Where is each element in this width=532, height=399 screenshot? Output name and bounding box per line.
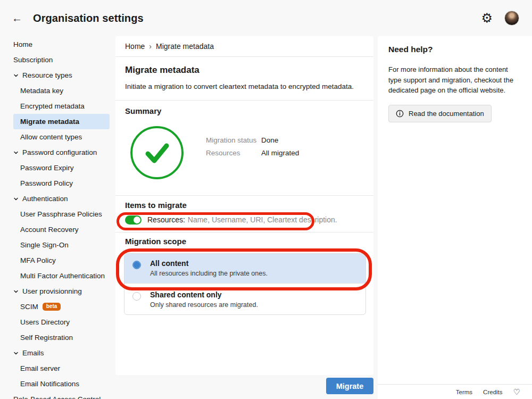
sidebar-item-label: Emails xyxy=(22,349,44,357)
chevron-down-icon xyxy=(13,73,19,78)
sidebar-item-user-passphrase-policies[interactable]: User Passphrase Policies xyxy=(13,206,110,222)
heart-icon[interactable]: ♡ xyxy=(513,388,520,396)
sidebar-item-password-configuration[interactable]: Password configuration xyxy=(13,145,110,160)
sidebar-item-mfa-policy[interactable]: MFA Policy xyxy=(13,253,110,268)
sidebar-item-subscription[interactable]: Subscription xyxy=(13,52,110,68)
items-to-migrate-heading: Items to migrate xyxy=(125,201,364,210)
sidebar-item-label: Home xyxy=(13,40,32,48)
migration-status-list: Migration statusDoneResourcesAll migrate… xyxy=(206,136,299,162)
sidebar-item-self-registration[interactable]: Self Registration xyxy=(13,330,110,345)
breadcrumb-item-migrate-metadata: Migrate metadata xyxy=(156,42,214,51)
panel-footer: TermsCredits ♡ xyxy=(378,384,532,399)
sidebar-item-label: SCIM xyxy=(20,303,38,311)
sidebar-item-label: Resource types xyxy=(22,71,72,79)
sidebar-item-email-server[interactable]: Email server xyxy=(13,361,110,376)
sidebar-item-user-provisionning[interactable]: User provisionning xyxy=(13,284,110,299)
sidebar-item-label: Password Expiry xyxy=(20,164,74,172)
sidebar-item-home[interactable]: Home xyxy=(13,37,110,52)
back-arrow-icon[interactable]: ← xyxy=(12,13,22,23)
sidebar-item-label: Password configuration xyxy=(22,148,97,156)
sidebar-item-label: Email Notifications xyxy=(20,380,79,388)
sidebar-item-label: Users Directory xyxy=(20,318,70,326)
scope-option-title: Shared content only xyxy=(150,290,258,299)
section-description: Initiate a migration to convert cleartex… xyxy=(125,82,364,90)
read-documentation-button[interactable]: Read the documentation xyxy=(388,105,492,122)
status-label: Migration status xyxy=(206,136,261,144)
info-icon xyxy=(396,110,404,118)
sidebar-item-label: Migrate metadata xyxy=(20,118,79,126)
sidebar-item-metadata-key[interactable]: Metadata key xyxy=(13,83,110,98)
chevron-down-icon xyxy=(13,196,19,202)
sidebar-item-role-based-access-control[interactable]: Role-Based Access Control xyxy=(13,392,110,399)
help-text: For more information about the content t… xyxy=(388,64,522,96)
sidebar-item-label: Self Registration xyxy=(20,334,73,342)
breadcrumb-item-home[interactable]: Home xyxy=(125,42,145,51)
read-documentation-label: Read the documentation xyxy=(409,110,484,118)
breadcrumb-separator: › xyxy=(149,42,152,51)
sidebar-item-label: Authentication xyxy=(22,195,68,203)
sidebar-item-label: MFA Policy xyxy=(20,256,56,264)
sidebar-item-multi-factor-authentication[interactable]: Multi Factor Authentication xyxy=(13,268,110,284)
avatar[interactable] xyxy=(504,11,519,26)
sidebar-item-allow-content-types[interactable]: Allow content types xyxy=(13,129,110,145)
resources-toggle-row: Resources: Name, Username, URI, Cleartex… xyxy=(125,214,364,225)
sidebar-item-label: Email server xyxy=(20,364,60,372)
migration-scope-section: Migration scope All contentAll resources… xyxy=(115,232,373,315)
sidebar-item-label: Metadata key xyxy=(20,87,63,95)
sidebar-item-emails[interactable]: Emails xyxy=(13,345,110,361)
sidebar-item-scim[interactable]: SCIMbeta xyxy=(13,299,110,314)
sidebar-item-migrate-metadata[interactable]: Migrate metadata xyxy=(13,114,110,129)
summary-heading: Summary xyxy=(125,106,364,115)
chevron-down-icon xyxy=(13,150,19,155)
sidebar-item-label: User Passphrase Policies xyxy=(20,210,102,218)
scope-option-all-content[interactable]: All contentAll resources including the p… xyxy=(124,254,365,283)
scope-option-description: All resources including the private ones… xyxy=(150,270,268,277)
sidebar-item-encrypted-metadata[interactable]: Encrypted metadata xyxy=(13,98,110,114)
footer-link-terms[interactable]: Terms xyxy=(456,389,472,395)
sidebar-item-email-notifications[interactable]: Email Notifications xyxy=(13,376,110,392)
app-header: ← Organisation settings ⚙ xyxy=(0,0,532,36)
migration-scope-heading: Migration scope xyxy=(125,237,364,246)
settings-sidebar: HomeSubscriptionResource typesMetadata k… xyxy=(0,36,115,399)
sidebar-item-label: Encrypted metadata xyxy=(20,102,85,110)
page-header-section: Migrate metadata Initiate a migration to… xyxy=(115,57,373,101)
sidebar-item-label: Allow content types xyxy=(20,133,82,141)
scope-option-shared-content-only[interactable]: Shared content onlyOnly shared resources… xyxy=(124,283,365,314)
sidebar-item-resource-types[interactable]: Resource types xyxy=(13,68,110,83)
migrate-button[interactable]: Migrate xyxy=(326,378,373,394)
main-panel: Home›Migrate metadata Migrate metadata I… xyxy=(115,36,373,375)
summary-section: Summary Migration statusDoneResourcesAll… xyxy=(115,101,373,196)
sidebar-item-label: Account Recovery xyxy=(20,226,79,234)
toggle-value: Name, Username, URI, Cleartext descripti… xyxy=(188,215,337,224)
status-row-migration-status: Migration statusDone xyxy=(206,136,299,144)
scope-option-title: All content xyxy=(150,259,268,268)
status-label: Resources xyxy=(206,149,261,157)
migration-scope-options: All contentAll resources including the p… xyxy=(124,253,366,315)
footer-link-credits[interactable]: Credits xyxy=(483,389,502,395)
sidebar-item-label: Single Sign-On xyxy=(20,241,69,249)
radio-unselected-icon[interactable] xyxy=(132,292,141,301)
status-row-resources: ResourcesAll migrated xyxy=(206,149,299,157)
sidebar-item-password-policy[interactable]: Password Policy xyxy=(13,176,110,191)
sidebar-item-label: Multi Factor Authentication xyxy=(20,272,105,280)
sidebar-item-password-expiry[interactable]: Password Expiry xyxy=(13,160,110,176)
status-value: Done xyxy=(261,136,278,144)
items-to-migrate-section: Items to migrate Resources: Name, Userna… xyxy=(115,196,373,232)
sidebar-item-account-recovery[interactable]: Account Recovery xyxy=(13,222,110,237)
gear-icon[interactable]: ⚙ xyxy=(481,12,493,24)
resources-toggle[interactable] xyxy=(125,215,142,225)
sidebar-item-authentication[interactable]: Authentication xyxy=(13,191,110,206)
sidebar-item-label: Subscription xyxy=(13,56,53,64)
sidebar-item-label: User provisionning xyxy=(22,287,82,295)
sidebar-item-label: Role-Based Access Control xyxy=(13,395,101,399)
header-actions: ⚙ xyxy=(481,11,519,26)
sidebar-item-label: Password Policy xyxy=(20,179,73,187)
breadcrumb: Home›Migrate metadata xyxy=(115,36,373,57)
toggle-label: Resources: xyxy=(147,215,185,224)
beta-badge: beta xyxy=(43,303,61,311)
sidebar-item-single-sign-on[interactable]: Single Sign-On xyxy=(13,237,110,253)
chevron-down-icon xyxy=(13,289,19,294)
section-title: Migrate metadata xyxy=(125,65,364,76)
sidebar-item-users-directory[interactable]: Users Directory xyxy=(13,314,110,330)
radio-selected-icon[interactable] xyxy=(132,261,141,269)
